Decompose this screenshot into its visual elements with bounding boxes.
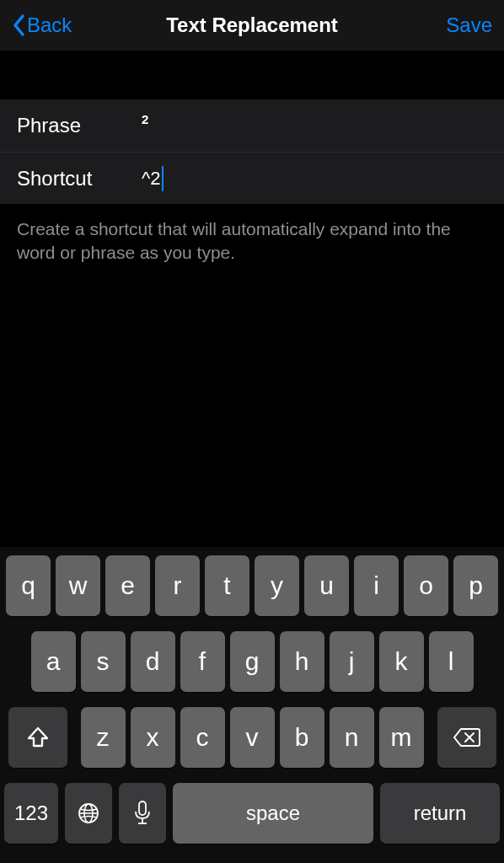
shortcut-row[interactable]: Shortcut ^2 (0, 152, 504, 204)
shift-icon (25, 725, 51, 750)
back-label: Back (27, 13, 72, 37)
text-cursor (162, 166, 164, 191)
key-123[interactable]: 123 (4, 783, 58, 844)
key-h[interactable]: h (280, 631, 324, 692)
key-l[interactable]: l (429, 631, 474, 692)
backspace-icon (453, 726, 481, 748)
key-q[interactable]: q (6, 555, 51, 616)
nav-bar: Back Text Replacement Save (0, 0, 504, 51)
key-b[interactable]: b (280, 707, 324, 768)
key-j[interactable]: j (330, 631, 374, 692)
key-t[interactable]: t (205, 555, 249, 616)
key-g[interactable]: g (230, 631, 275, 692)
key-o[interactable]: o (404, 555, 448, 616)
back-button[interactable]: Back (12, 13, 72, 37)
mic-icon (133, 800, 152, 827)
keyboard-row-2: a s d f g h j k l (4, 631, 500, 692)
shortcut-label: Shortcut (17, 167, 142, 190)
key-return[interactable]: return (380, 783, 500, 844)
shortcut-field[interactable]: ^2 (142, 153, 487, 204)
keyboard-row-3: z x c v b n m (4, 707, 500, 768)
save-button[interactable]: Save (446, 13, 492, 37)
key-f[interactable]: f (180, 631, 225, 692)
globe-icon (76, 801, 101, 826)
hint-text: Create a shortcut that will automaticall… (0, 204, 504, 279)
key-w[interactable]: w (56, 555, 100, 616)
key-r[interactable]: r (155, 555, 200, 616)
key-d[interactable]: d (131, 631, 175, 692)
keyboard-row-1: q w e r t y u i o p (4, 555, 500, 616)
form-group: Phrase 2 Shortcut ^2 (0, 99, 504, 204)
key-globe[interactable] (65, 783, 112, 844)
key-mic[interactable] (119, 783, 166, 844)
svg-rect-5 (139, 801, 146, 815)
keyboard: q w e r t y u i o p a s d f g h j k l z … (0, 547, 504, 863)
key-x[interactable]: x (131, 707, 175, 768)
key-z[interactable]: z (81, 707, 126, 768)
key-space[interactable]: space (173, 783, 373, 844)
key-a[interactable]: a (31, 631, 76, 692)
key-e[interactable]: e (105, 555, 150, 616)
phrase-label: Phrase (17, 114, 142, 137)
keyboard-row-4: 123 space (4, 783, 500, 844)
phrase-field[interactable]: 2 (142, 112, 487, 126)
key-s[interactable]: s (81, 631, 126, 692)
key-u[interactable]: u (304, 555, 349, 616)
key-n[interactable]: n (330, 707, 374, 768)
phrase-row[interactable]: Phrase 2 (0, 99, 504, 152)
key-i[interactable]: i (354, 555, 399, 616)
key-p[interactable]: p (453, 555, 498, 616)
key-m[interactable]: m (379, 707, 424, 768)
key-v[interactable]: v (230, 707, 275, 768)
key-shift[interactable] (8, 707, 67, 768)
key-backspace[interactable] (437, 707, 496, 768)
page-title: Text Replacement (166, 13, 338, 37)
key-c[interactable]: c (180, 707, 225, 768)
key-y[interactable]: y (255, 555, 299, 616)
key-k[interactable]: k (379, 631, 424, 692)
shortcut-value: ^2 (142, 168, 161, 190)
chevron-left-icon (12, 13, 25, 37)
